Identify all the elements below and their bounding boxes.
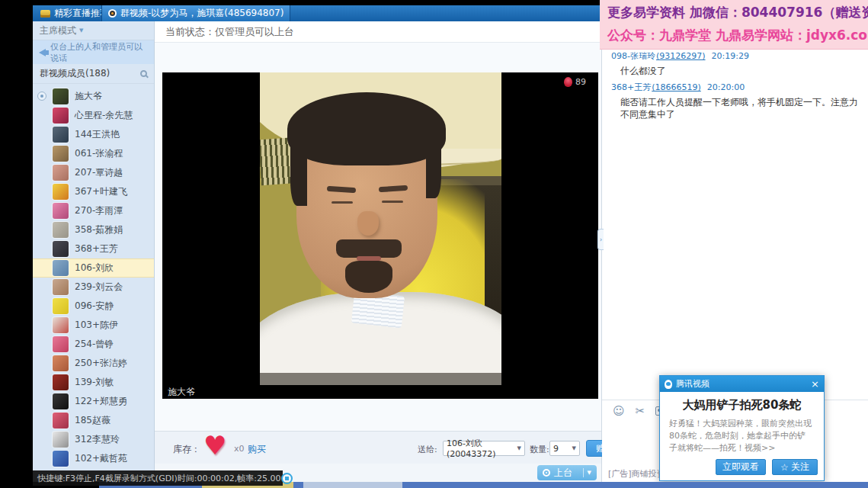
members-count-label: 群视频成员(188) <box>40 67 110 80</box>
member-row[interactable]: 心里程-余先慧 <box>33 106 154 125</box>
tab-video-label: 群视频-以梦为马，施琪嘉(485694807) <box>120 7 283 20</box>
scene-person-mustache <box>336 239 402 258</box>
member-row[interactable]: 358-茹雅娟 <box>33 220 154 239</box>
chat-timestamp: 20:20:00 <box>707 82 745 92</box>
tab-group-video[interactable]: 群视频-以梦为马，施琪嘉(485694807) <box>101 5 290 21</box>
scene-person-nose <box>357 211 379 236</box>
member-row[interactable]: 122+郑慧勇 <box>33 392 154 411</box>
chat-panel: 098-张瑞玲(93126297)20:19:29什么都没了368+王芳(186… <box>602 0 868 482</box>
search-icon[interactable] <box>140 70 147 77</box>
member-avatar <box>53 413 69 429</box>
speak-permission-text: 仅台上的人和管理员可以说话 <box>50 41 148 64</box>
screen-recorder-bar: 快捷键:F3停止,F4截屏 录制方式(GDI) 时间:00:00:02,帧率:2… <box>33 470 283 486</box>
member-row[interactable]: 312李慧玲 <box>33 430 154 449</box>
buy-link[interactable]: 购买 <box>248 443 266 456</box>
member-avatar <box>53 317 69 333</box>
chevron-down-icon: ▼ <box>588 470 591 476</box>
members-header: 群视频成员(188) <box>33 64 154 84</box>
send-to-select[interactable]: 106-刘欣(20043372) ▼ <box>443 441 525 456</box>
member-row[interactable]: 103+陈伊 <box>33 316 154 335</box>
taskbar-item[interactable] <box>303 482 402 488</box>
chevron-down-icon: ▼ <box>79 27 83 34</box>
window-titlebar[interactable]: 精彩直播推荐 群视频-以梦为马，施琪嘉(485694807) <box>33 5 600 21</box>
scene-person-hair <box>287 92 446 165</box>
member-name: 102+戴哲苑 <box>75 452 127 465</box>
quantity-value: 9 <box>553 444 559 454</box>
member-row[interactable]: 368+王芳 <box>33 239 154 258</box>
member-row[interactable]: 207-覃诗越 <box>33 163 154 182</box>
member-row[interactable]: 096-安静 <box>33 297 154 316</box>
member-row[interactable]: 144王洪艳 <box>33 125 154 144</box>
send-to-label: 送给: <box>418 444 437 455</box>
member-row[interactable]: 254-曾铮 <box>33 335 154 354</box>
screenshot-scissors-icon[interactable]: ✂ <box>636 404 645 418</box>
gift-bar: 库存： ♥ x0 购买 送给: 106-刘欣(20043372) ▼ 数量: 9… <box>155 431 601 464</box>
popup-app-name: 腾讯视频 <box>676 378 709 390</box>
chair-mode-dropdown[interactable]: 主席模式 ▼ <box>33 21 154 40</box>
live-recommend-icon <box>40 10 50 18</box>
member-name: 122+郑慧勇 <box>75 395 127 408</box>
member-name: 103+陈伊 <box>75 319 118 332</box>
member-avatar <box>53 241 69 257</box>
promo-banner-line1: 更多易学资料 加微信：804407916（赠送资料） <box>607 4 868 21</box>
popup-header[interactable]: 腾讯视频 × <box>660 376 824 392</box>
member-row[interactable]: 250+张洁婷 <box>33 354 154 373</box>
member-row[interactable]: 185赵薇 <box>33 411 154 430</box>
chat-sender-id-link[interactable]: (18666519) <box>652 82 701 92</box>
quantity-select[interactable]: 9 ▼ <box>549 441 580 456</box>
chat-message-list: 098-张瑞玲(93126297)20:19:29什么都没了368+王芳(186… <box>611 47 862 125</box>
go-on-stage-button[interactable]: 上台 ▼ <box>537 465 597 480</box>
tencent-video-popup: 腾讯视频 × 大妈用铲子拍死80条蛇 好勇猛！大妈菜园种菜，眼前突然出现80条蛇… <box>659 375 825 481</box>
member-name: 139-刘敏 <box>75 376 114 389</box>
stage-mic-icon <box>543 469 550 477</box>
emoji-icon[interactable]: ☺ <box>613 404 625 418</box>
popup-title[interactable]: 大妈用铲子拍死80条蛇 <box>660 398 824 413</box>
member-name: 施大爷 <box>75 90 102 103</box>
chat-message-text: 什么都没了 <box>620 65 862 77</box>
recorder-method: 录制方式(GDI) <box>122 473 178 484</box>
member-avatar <box>53 184 69 200</box>
watch-now-button[interactable]: 立即观看 <box>716 459 766 475</box>
video-control-strip[interactable] <box>260 373 501 385</box>
member-name: 061-张渝程 <box>75 147 123 160</box>
chat-message-header: 368+王芳(18666519)20:20:00 <box>611 82 862 93</box>
member-avatar <box>53 279 69 295</box>
popup-body-text: 好勇猛！大妈菜园种菜，眼前突然出现80条蛇，危急时刻，她拿起手中的铲子就将蛇——… <box>669 418 813 454</box>
close-icon[interactable]: × <box>811 379 819 389</box>
popup-actions: 立即观看 ☆ 关注 <box>716 459 818 475</box>
member-name: 368+王芳 <box>75 242 118 255</box>
member-name: 106-刘欣 <box>75 262 114 274</box>
member-row[interactable]: 106-刘欣 <box>33 258 154 278</box>
promo-banner: 更多易学资料 加微信：804407916（赠送资料） 公众号：九鼎学堂 九鼎易学… <box>600 0 868 50</box>
send-to-value: 106-刘欣(20043372) <box>447 438 514 459</box>
member-row[interactable]: 239-刘云会 <box>33 278 154 297</box>
follow-button[interactable]: ☆ 关注 <box>772 459 818 475</box>
member-name: 207-覃诗越 <box>75 166 123 179</box>
member-row[interactable]: 061-张渝程 <box>33 144 154 163</box>
member-name: 144王洪艳 <box>75 128 120 141</box>
member-avatar <box>53 355 69 371</box>
member-name: 185赵薇 <box>75 414 111 427</box>
on-stage-icon <box>37 92 46 101</box>
member-row[interactable]: 270-李雨潭 <box>33 201 154 220</box>
member-avatar <box>53 108 69 124</box>
main-stage-panel: 当前状态：仅管理员可以上台 <box>155 21 602 482</box>
chat-collapse-handle[interactable]: › <box>597 229 604 250</box>
screen: 精彩直播推荐 群视频-以梦为马，施琪嘉(485694807) 主席模式 ▼ 仅台… <box>0 0 868 488</box>
member-name: 358-茹雅娟 <box>75 223 123 236</box>
member-name: 270-李雨潭 <box>75 204 123 217</box>
chat-timestamp: 20:19:29 <box>712 51 749 61</box>
stage-status-bar: 当前状态：仅管理员可以上台 <box>155 21 601 43</box>
member-avatar <box>53 127 69 143</box>
member-row[interactable]: 367+叶建飞 <box>33 182 154 201</box>
recorder-hotkeys: 快捷键:F3停止,F4截屏 <box>37 473 122 484</box>
stop-recording-button[interactable] <box>281 473 293 484</box>
chat-message-text: 能否请工作人员提醒一下老师哦，将手机固定一下。注意力不同意集中了 <box>620 96 862 120</box>
heart-gift-icon[interactable]: ♥ <box>203 430 226 461</box>
rose-icon <box>564 77 572 87</box>
member-row[interactable]: 102+戴哲苑 <box>33 449 154 468</box>
member-row[interactable]: 139-刘敏 <box>33 373 154 392</box>
chat-sender-id-link[interactable]: (93126297) <box>656 51 706 61</box>
member-row[interactable]: 施大爷 <box>33 87 154 106</box>
video-stage: 89 施大爷 <box>162 72 598 399</box>
